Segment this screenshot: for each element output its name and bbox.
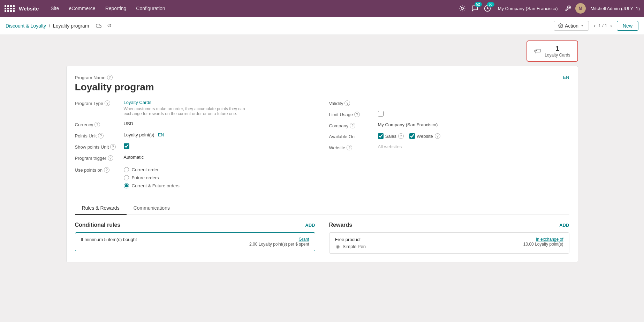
lang-badge[interactable]: EN (563, 75, 569, 80)
exchange-link[interactable]: In exchange of (536, 237, 563, 242)
record-navigation: ‹ 1 / 1 › (592, 22, 613, 30)
available-on-sales: Sales ? (378, 133, 404, 139)
new-button[interactable]: New (617, 21, 638, 31)
rule-card[interactable]: If minimum 5 item(s) bought Grant 2.00 L… (75, 232, 315, 251)
website-checkbox[interactable] (409, 133, 415, 139)
program-type-value[interactable]: Loyalty Cards (124, 100, 256, 105)
reward-card[interactable]: Free product ◉ Simple Pen In exchange of… (329, 232, 569, 254)
program-trigger-value: Automatic (124, 155, 144, 160)
program-trigger-help[interactable]: ? (108, 155, 113, 161)
clock-icon[interactable]: 50 (483, 3, 492, 13)
available-on-field: Available On Sales ? Website ? (329, 133, 569, 139)
tab-rules-rewards[interactable]: Rules & Rewards (75, 202, 127, 215)
loyalty-cards-count: 1 (555, 45, 559, 53)
user-avatar[interactable]: M (575, 3, 586, 14)
use-points-future[interactable]: Future orders (124, 175, 180, 180)
breadcrumb-parent[interactable]: Discount & Loyalty (6, 23, 46, 29)
sales-help[interactable]: ? (398, 133, 404, 139)
points-unit-help[interactable]: ? (98, 133, 104, 138)
available-on-label: Available On (329, 134, 355, 139)
settings-icon[interactable] (563, 4, 573, 13)
website-label: Website (417, 134, 433, 139)
limit-usage-label: Limit Usage (329, 112, 353, 117)
chat-icon[interactable]: 52 (470, 3, 480, 13)
exchange-value: 10.00 Loyalty point(s) (523, 242, 563, 247)
reward-name: Free product (335, 237, 366, 242)
company-label: Company (329, 123, 349, 128)
sales-label: Sales (385, 134, 397, 139)
svg-point-0 (461, 7, 463, 10)
points-unit-value: Loyalty point(s) (124, 132, 154, 137)
refresh-button[interactable]: ↺ (106, 22, 113, 30)
reward-product: Simple Pen (343, 244, 366, 249)
app-name[interactable]: Website (19, 6, 39, 12)
website-field: Website ? All websites (329, 144, 569, 150)
form-card: Program Name ? Loyality program EN Progr… (66, 66, 578, 262)
program-type-field: Program Type ? Loyalty Cards When custom… (75, 100, 315, 116)
nav-site[interactable]: Site (46, 0, 64, 17)
program-type-label: Program Type (75, 101, 103, 106)
record-position: 1 / 1 (598, 23, 607, 28)
company-help[interactable]: ? (350, 123, 355, 128)
use-points-current[interactable]: Current order (124, 167, 180, 172)
nav-reporting[interactable]: Reporting (100, 0, 131, 17)
app-grid-icon[interactable] (4, 3, 15, 14)
currency-value: USD (124, 121, 133, 126)
use-points-help[interactable]: ? (104, 167, 109, 173)
website-help-icon[interactable]: ? (347, 145, 352, 150)
top-navigation: Website Site eCommerce Reporting Configu… (0, 0, 644, 17)
sales-checkbox[interactable] (378, 133, 384, 139)
cloud-save-button[interactable] (94, 22, 103, 30)
use-points-both-label: Current & Future orders (132, 183, 180, 188)
sun-icon[interactable] (457, 3, 467, 13)
nav-ecommerce[interactable]: eCommerce (64, 0, 100, 17)
company-name: My Company (San Francisco) (498, 6, 558, 11)
limit-usage-help[interactable]: ? (354, 112, 360, 117)
conditional-rules-column: Conditional rules ADD If minimum 5 item(… (75, 222, 315, 254)
prev-record-button[interactable]: ‹ (592, 22, 597, 30)
company-value: My Company (San Francisco) (378, 122, 438, 127)
show-points-field: Show points Unit ? (75, 143, 315, 150)
loyalty-cards-label: Loyalty Cards (545, 53, 570, 58)
currency-field: Currency ? USD (75, 121, 315, 127)
program-name-help[interactable]: ? (107, 75, 113, 80)
grant-link[interactable]: Grant (298, 237, 309, 242)
breadcrumb-current: Loyality program (53, 23, 89, 29)
nav-configuration[interactable]: Configuration (131, 0, 170, 17)
validity-field: Validity ? (329, 100, 569, 106)
stat-cards-row: 🏷 1 Loyalty Cards (66, 40, 578, 62)
program-type-desc: When customers make an order, they accum… (124, 106, 256, 116)
form-fields: Program Type ? Loyalty Cards When custom… (75, 100, 569, 193)
svg-point-2 (560, 25, 561, 27)
use-points-current-label: Current order (132, 167, 159, 172)
use-points-future-label: Future orders (132, 175, 159, 180)
rewards-column: Rewards ADD Free product ◉ Simple Pen In… (329, 222, 569, 254)
conditional-rules-title: Conditional rules (75, 222, 121, 228)
chat-badge: 52 (475, 2, 482, 7)
loyalty-cards-stat[interactable]: 🏷 1 Loyalty Cards (526, 40, 578, 62)
website-help[interactable]: ? (435, 133, 440, 139)
program-trigger-field: Program trigger ? Automatic (75, 155, 315, 161)
show-points-checkbox[interactable] (124, 143, 129, 149)
add-rule-button[interactable]: ADD (305, 223, 315, 228)
validity-help[interactable]: ? (344, 100, 350, 106)
rule-grant-value: 2.00 Loyalty point(s) per $ spent (249, 242, 309, 247)
points-unit-lang[interactable]: EN (158, 132, 164, 137)
program-trigger-label: Program trigger (75, 156, 106, 161)
points-unit-field: Points Unit ? Loyalty point(s) EN (75, 132, 315, 138)
user-name: Mitchell Admin (JULY_1) (591, 6, 640, 11)
validity-label: Validity (329, 101, 343, 106)
limit-usage-checkbox[interactable] (378, 111, 384, 117)
breadcrumb-bar: Discount & Loyalty / Loyality program ↺ … (0, 17, 644, 35)
use-points-both[interactable]: Current & Future orders (124, 183, 180, 188)
website-label: Website (329, 145, 346, 150)
add-reward-button[interactable]: ADD (559, 223, 569, 228)
show-points-label: Show points Unit (75, 144, 109, 150)
use-points-radio-group: Current order Future orders Current & Fu… (124, 167, 180, 188)
action-button[interactable]: Action (554, 21, 589, 31)
program-type-help[interactable]: ? (105, 100, 110, 106)
currency-help[interactable]: ? (94, 122, 100, 127)
show-points-help[interactable]: ? (110, 144, 116, 150)
next-record-button[interactable]: › (609, 22, 613, 30)
tab-communications[interactable]: Communications (127, 202, 177, 215)
